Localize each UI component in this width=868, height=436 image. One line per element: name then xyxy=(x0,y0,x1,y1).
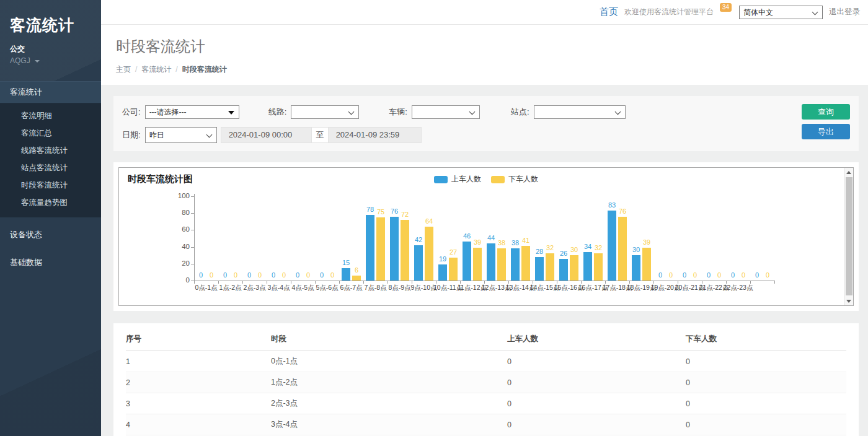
sidebar-section[interactable]: 基础数据 xyxy=(0,252,101,273)
chart-bar xyxy=(535,257,544,281)
chart-box: 时段车流统计图 上车人数下车人数 0204060801000点-1点001点-2… xyxy=(118,167,854,306)
date-start-input[interactable] xyxy=(221,128,311,142)
main-area: 首页 欢迎使用客流统计管理平台 34 简体中文 退出登录 时段客流统计 主页/客… xyxy=(101,0,868,436)
bar-value-label: 72 xyxy=(396,211,414,218)
org-name: 公交 xyxy=(10,44,91,54)
sidebar-section[interactable]: 设备状态 xyxy=(0,224,101,245)
bar-value-label: 64 xyxy=(420,217,438,225)
breadcrumb: 主页/客流统计/时段客流统计 xyxy=(116,64,853,75)
topbar: 首页 欢迎使用客流统计管理平台 34 简体中文 退出登录 xyxy=(101,0,868,25)
vehicle-select-wrap xyxy=(412,105,480,119)
y-tick-label: 60 xyxy=(160,225,190,233)
bar-value-label: 39 xyxy=(637,238,656,246)
table-row: 21点-2点00 xyxy=(126,372,846,393)
date-preset-select[interactable]: 昨日 xyxy=(146,128,216,142)
legend-swatch-icon xyxy=(491,176,505,183)
date-range-group: 至 xyxy=(221,127,422,143)
notification-badge[interactable]: 34 xyxy=(720,3,732,12)
legend-label: 上车人数 xyxy=(451,174,481,185)
chart-bar xyxy=(559,259,568,281)
date-preset-wrap: 昨日 xyxy=(145,127,217,143)
chart-bar xyxy=(594,253,603,281)
date-end-input[interactable] xyxy=(329,128,421,142)
bar-value-label: 32 xyxy=(589,244,608,251)
vehicle-select[interactable] xyxy=(412,106,479,118)
breadcrumb-item: 时段客流统计 xyxy=(182,65,227,74)
y-tick xyxy=(191,264,194,264)
table-cell: 2点-3点 xyxy=(271,393,507,414)
chart-bar xyxy=(608,211,616,281)
breadcrumb-item[interactable]: 客流统计 xyxy=(141,65,171,74)
scroll-up-icon[interactable] xyxy=(844,168,853,177)
legend-item[interactable]: 下车人数 xyxy=(491,174,538,185)
home-link[interactable]: 首页 xyxy=(600,6,618,18)
chart-panel: 时段车流统计图 上车人数下车人数 0204060801000点-1点001点-2… xyxy=(113,162,859,311)
table-header: 上车人数 xyxy=(507,327,686,351)
sidebar-item[interactable]: 时段客流统计 xyxy=(0,177,101,194)
y-tick-label: 40 xyxy=(160,243,190,250)
sidebar-item[interactable]: 客流汇总 xyxy=(0,125,101,142)
bar-value-label: 0 xyxy=(323,271,342,279)
sidebar-item[interactable]: 客流量趋势图 xyxy=(0,194,101,212)
y-tick xyxy=(191,230,194,230)
line-select[interactable] xyxy=(291,106,358,118)
language-select[interactable]: 简体中文 xyxy=(740,6,822,19)
chart-bar xyxy=(583,252,592,281)
export-button[interactable]: 导出 xyxy=(802,124,850,139)
table-body: 10点-1点0021点-2点0032点-3点0043点-4点0054点-5点00… xyxy=(126,351,846,436)
scrollbar-thumb[interactable] xyxy=(846,177,852,295)
chart-bar xyxy=(521,246,530,281)
logout-link[interactable]: 退出登录 xyxy=(829,7,860,17)
chart-bar xyxy=(352,276,361,281)
bar-value-label: 76 xyxy=(613,207,632,215)
chart-bar xyxy=(632,255,640,281)
company-select-wrap: ---请选择--- xyxy=(145,105,239,119)
y-tick xyxy=(191,213,194,214)
chart-bar xyxy=(414,245,423,281)
sidebar-item[interactable]: 线路客流统计 xyxy=(0,142,101,160)
org-code-label: AQGJ xyxy=(10,56,30,65)
table-cell: 0 xyxy=(686,351,846,372)
table-cell: 3 xyxy=(126,393,271,414)
chart-bar xyxy=(366,215,374,281)
table-header-row: 序号时段上车人数下车人数 xyxy=(126,327,846,351)
y-tick-label: 20 xyxy=(160,259,190,267)
station-select[interactable] xyxy=(534,106,625,118)
table-cell: 3点-4点 xyxy=(271,414,507,435)
chart-bar xyxy=(497,248,506,281)
table-header: 序号 xyxy=(126,327,271,351)
table-header: 下车人数 xyxy=(686,327,846,351)
table-cell: 0 xyxy=(686,414,846,435)
y-tick-label: 80 xyxy=(160,209,190,216)
date-to-label: 至 xyxy=(311,128,329,142)
station-label: 站点: xyxy=(511,107,529,118)
org-code-dropdown[interactable]: AQGJ xyxy=(10,56,91,65)
language-select-wrap: 简体中文 xyxy=(739,6,823,19)
table-cell: 0 xyxy=(686,393,846,414)
chart-bar xyxy=(487,243,495,281)
chart-bar xyxy=(511,248,520,281)
sidebar-item[interactable]: 客流明细 xyxy=(0,108,101,125)
chevron-down-icon xyxy=(35,60,40,63)
x-tick xyxy=(774,281,775,284)
sidebar-submenu: 客流明细客流汇总线路客流统计站点客流统计时段客流统计客流量趋势图 xyxy=(0,103,101,217)
table-cell: 2 xyxy=(126,372,271,393)
chart-bar xyxy=(642,248,651,281)
legend-item[interactable]: 上车人数 xyxy=(434,174,481,185)
table-cell: 0 xyxy=(507,393,686,414)
chart-bar xyxy=(438,264,447,281)
filter-row-2: 日期: 昨日 至 xyxy=(122,127,850,142)
company-select[interactable]: ---请选择--- xyxy=(146,106,239,118)
query-button[interactable]: 查询 xyxy=(802,104,850,120)
sidebar-group-passenger-stats[interactable]: 客流统计 xyxy=(0,81,101,103)
chart-bar xyxy=(570,255,578,281)
table-row: 32点-3点00 xyxy=(126,393,846,414)
breadcrumb-item[interactable]: 主页 xyxy=(116,65,131,74)
y-tick-label: 100 xyxy=(160,192,190,199)
filter-panel: 公司: ---请选择--- 线路: 车辆: 站点: xyxy=(113,96,859,151)
scroll-down-icon[interactable] xyxy=(844,297,853,305)
page-title: 时段客流统计 xyxy=(116,37,853,56)
table-cell: 0点-1点 xyxy=(271,351,507,372)
y-tick xyxy=(191,247,194,248)
sidebar-item[interactable]: 站点客流统计 xyxy=(0,160,101,177)
